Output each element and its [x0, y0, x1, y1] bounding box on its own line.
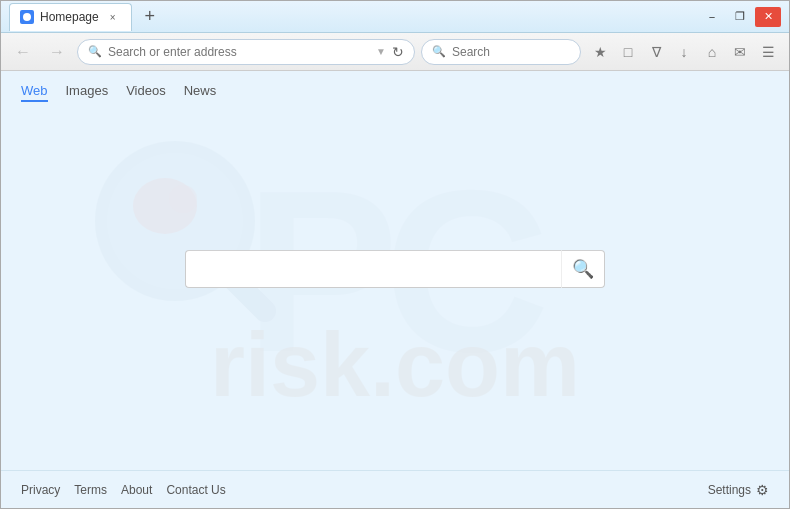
center-search-container: 🔍 [185, 250, 605, 288]
tab-favicon [20, 10, 34, 24]
pocket-icon[interactable]: ∇ [643, 39, 669, 65]
window-controls: − ❐ ✕ [699, 7, 781, 27]
address-bar[interactable]: 🔍 ▼ ↻ [77, 39, 415, 65]
search-nav: Web Images Videos News [21, 83, 216, 102]
svg-point-3 [169, 185, 197, 213]
browser-tab[interactable]: Homepage × [9, 3, 132, 31]
back-button[interactable]: ← [9, 38, 37, 66]
address-input[interactable] [108, 45, 370, 59]
search-nav-news[interactable]: News [184, 83, 217, 102]
new-tab-button[interactable]: + [136, 3, 164, 31]
minimize-button[interactable]: − [699, 7, 725, 27]
address-dropdown-icon[interactable]: ▼ [376, 46, 386, 57]
svg-point-2 [133, 178, 197, 234]
footer-terms-link[interactable]: Terms [74, 483, 107, 497]
menu-icon[interactable]: ☰ [755, 39, 781, 65]
nav-icon-group: ★ □ ∇ ↓ ⌂ ✉ ☰ [587, 39, 781, 65]
reading-list-icon[interactable]: □ [615, 39, 641, 65]
browser-window: Homepage × + − ❐ ✕ ← → 🔍 ▼ ↻ 🔍 ★ □ ∇ ↓ [0, 0, 790, 509]
tab-title: Homepage [40, 10, 99, 24]
footer-privacy-link[interactable]: Privacy [21, 483, 60, 497]
search-input[interactable] [452, 45, 602, 59]
bookmark-icon[interactable]: ★ [587, 39, 613, 65]
center-search-input[interactable] [185, 250, 561, 288]
search-bar[interactable]: 🔍 [421, 39, 581, 65]
download-icon[interactable]: ↓ [671, 39, 697, 65]
footer-settings-link[interactable]: Settings ⚙ [708, 482, 769, 498]
search-icon: 🔍 [432, 45, 446, 58]
footer: Privacy Terms About Contact Us Settings … [1, 470, 789, 508]
navbar: ← → 🔍 ▼ ↻ 🔍 ★ □ ∇ ↓ ⌂ ✉ ☰ [1, 33, 789, 71]
titlebar: Homepage × + − ❐ ✕ [1, 1, 789, 33]
settings-gear-icon: ⚙ [756, 482, 769, 498]
restore-button[interactable]: ❐ [727, 7, 753, 27]
footer-contact-link[interactable]: Contact Us [166, 483, 225, 497]
search-nav-web[interactable]: Web [21, 83, 48, 102]
search-nav-images[interactable]: Images [66, 83, 109, 102]
address-lock-icon: 🔍 [88, 45, 102, 58]
center-search-icon: 🔍 [572, 258, 594, 280]
home-icon[interactable]: ⌂ [699, 39, 725, 65]
footer-links: Privacy Terms About Contact Us [21, 483, 226, 497]
refresh-icon[interactable]: ↻ [392, 44, 404, 60]
search-nav-videos[interactable]: Videos [126, 83, 166, 102]
main-content: PC risk.com Web Images Videos News 🔍 [1, 71, 789, 470]
settings-label: Settings [708, 483, 751, 497]
forward-button[interactable]: → [43, 38, 71, 66]
center-search-button[interactable]: 🔍 [561, 250, 605, 288]
footer-about-link[interactable]: About [121, 483, 152, 497]
tab-close-button[interactable]: × [105, 9, 121, 25]
svg-text:risk.com: risk.com [210, 315, 580, 411]
chat-icon[interactable]: ✉ [727, 39, 753, 65]
close-button[interactable]: ✕ [755, 7, 781, 27]
